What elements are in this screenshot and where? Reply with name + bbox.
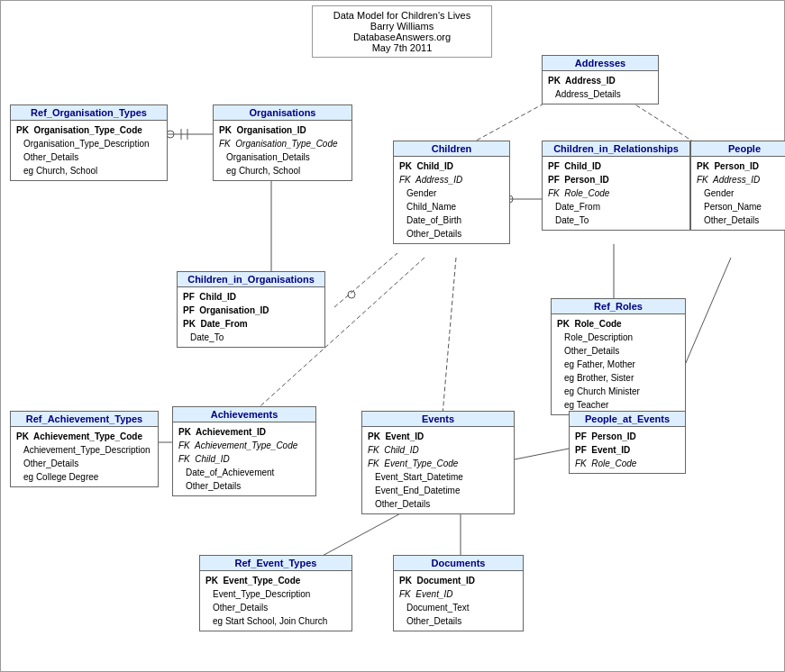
entity-documents-header: Documents — [394, 556, 523, 571]
field: PF Child_ID — [548, 159, 684, 173]
entity-addresses-header: Addresses — [543, 56, 658, 71]
entity-children: Children PK Child_ID FK Address_ID Gende… — [393, 141, 510, 244]
field: Other_Details — [16, 150, 161, 164]
entity-children-in-relationships: Children_in_Relationships PF Child_ID PF… — [542, 141, 690, 231]
field: PK Event_ID — [368, 430, 508, 443]
field: PF Organisation_ID — [183, 304, 319, 317]
field: eg Church, School — [16, 164, 161, 177]
field: Document_Text — [399, 601, 517, 614]
title-line3: DatabaseAnswers.org — [322, 32, 482, 42]
field: Other_Details — [178, 479, 310, 493]
field: FK Role_Code — [575, 457, 680, 470]
entity-people-header: People — [691, 141, 785, 157]
field: Event_Start_Datetime — [368, 470, 508, 484]
field: Gender — [399, 186, 504, 200]
field: PF Person_ID — [548, 173, 684, 186]
entity-ref-achievement-types-body: PK Achievement_Type_Code Achievement_Typ… — [11, 427, 158, 486]
field: PF Child_ID — [183, 290, 319, 304]
field: FK Organisation_Type_Code — [219, 137, 346, 150]
field: Role_Description — [557, 331, 680, 344]
entity-documents-body: PK Document_ID FK Event_ID Document_Text… — [394, 571, 523, 631]
field: eg Brother, Sister — [557, 371, 680, 385]
entity-children-in-organisations: Children_in_Organisations PF Child_ID PF… — [177, 271, 325, 348]
entity-people-at-events-header: People_at_Events — [570, 412, 685, 427]
entity-organisations-body: PK Organisation_ID FK Organisation_Type_… — [214, 121, 351, 180]
entity-ref-achievement-types-header: Ref_Achievement_Types — [11, 412, 158, 427]
svg-line-11 — [510, 447, 578, 460]
entity-ref-organisation-types: Ref_Organisation_Types PK Organisation_T… — [10, 104, 168, 181]
entity-people-at-events: People_at_Events PF Person_ID PF Event_I… — [569, 411, 686, 474]
field: FK Child_ID — [178, 452, 310, 466]
entity-achievements: Achievements PK Achievement_ID FK Achiev… — [172, 406, 316, 496]
field: Date_of_Birth — [399, 213, 504, 227]
field: PK Date_From — [183, 317, 319, 331]
field: PF Person_ID — [575, 430, 680, 443]
entity-documents: Documents PK Document_ID FK Event_ID Doc… — [393, 555, 524, 631]
svg-line-9 — [443, 258, 456, 415]
field: PK Child_ID — [399, 159, 504, 173]
field: Event_End_Datetime — [368, 484, 508, 497]
entity-achievements-header: Achievements — [173, 407, 315, 422]
field: Other_Details — [205, 601, 346, 614]
field: Child_Name — [399, 200, 504, 213]
title-line1: Data Model for Children's Lives — [322, 10, 482, 21]
field: Other_Details — [399, 614, 517, 628]
field: PK Event_Type_Code — [205, 574, 346, 587]
entity-addresses-body: PK Address_ID Address_Details — [543, 71, 658, 104]
field: Date_To — [183, 331, 319, 344]
field: PK Organisation_Type_Code — [16, 123, 161, 137]
title-line2: Barry Williams — [322, 21, 482, 32]
field: PK Achievement_Type_Code — [16, 430, 152, 443]
title-box: Data Model for Children's Lives Barry Wi… — [312, 5, 492, 58]
entity-organisations: Organisations PK Organisation_ID FK Orga… — [213, 104, 352, 181]
field: Other_Details — [16, 457, 152, 470]
field: Organisation_Details — [219, 150, 346, 164]
field: Date_From — [548, 200, 684, 213]
field: eg Church Minister — [557, 385, 680, 398]
entity-ref-achievement-types: Ref_Achievement_Types PK Achievement_Typ… — [10, 411, 159, 487]
entity-children-header: Children — [394, 141, 509, 157]
entity-children-in-organisations-header: Children_in_Organisations — [178, 272, 324, 287]
entity-people-body: PK Person_ID FK Address_ID Gender Person… — [691, 157, 785, 230]
field: Date_To — [548, 213, 684, 227]
entity-ref-organisation-types-header: Ref_Organisation_Types — [11, 105, 167, 121]
field: Other_Details — [697, 213, 785, 227]
field: PK Achievement_ID — [178, 425, 310, 439]
field: Date_of_Achievement — [178, 466, 310, 479]
field: Achievement_Type_Description — [16, 443, 152, 457]
field: PF Event_ID — [575, 443, 680, 457]
entity-ref-organisation-types-body: PK Organisation_Type_Code Organisation_T… — [11, 121, 167, 180]
field: PK Address_ID — [548, 74, 653, 87]
entity-children-in-relationships-body: PF Child_ID PF Person_ID FK Role_Code Da… — [543, 157, 689, 230]
field: FK Role_Code — [548, 186, 684, 200]
field: Address_Details — [548, 87, 653, 101]
svg-line-2 — [334, 253, 397, 307]
field: Organisation_Type_Description — [16, 137, 161, 150]
field: FK Achievement_Type_Code — [178, 439, 310, 452]
field: FK Event_Type_Code — [368, 457, 508, 470]
field: Event_Type_Description — [205, 587, 346, 601]
diagram-container: Data Model for Children's Lives Barry Wi… — [0, 0, 785, 672]
field: eg Church, School — [219, 164, 346, 177]
svg-point-19 — [348, 291, 355, 298]
entity-children-in-organisations-body: PF Child_ID PF Organisation_ID PK Date_F… — [178, 287, 324, 347]
entity-ref-event-types: Ref_Event_Types PK Event_Type_Code Event… — [199, 555, 352, 631]
entity-addresses: Addresses PK Address_ID Address_Details — [542, 55, 659, 104]
field: Person_Name — [697, 200, 785, 213]
field: FK Address_ID — [697, 173, 785, 186]
entity-achievements-body: PK Achievement_ID FK Achievement_Type_Co… — [173, 422, 315, 495]
entity-events: Events PK Event_ID FK Child_ID FK Event_… — [361, 411, 515, 514]
field: FK Address_ID — [399, 173, 504, 186]
field: Other_Details — [368, 497, 508, 511]
field: eg College Degree — [16, 470, 152, 484]
entity-ref-roles: Ref_Roles PK Role_Code Role_Description … — [551, 298, 686, 415]
field: eg Start School, Join Church — [205, 614, 346, 628]
field: FK Child_ID — [368, 443, 508, 457]
field: Other_Details — [399, 227, 504, 241]
field: PK Organisation_ID — [219, 123, 346, 137]
entity-ref-roles-header: Ref_Roles — [552, 299, 685, 314]
entity-people-at-events-body: PF Person_ID PF Event_ID FK Role_Code — [570, 427, 685, 473]
title-line4: May 7th 2011 — [322, 42, 482, 53]
field: FK Event_ID — [399, 587, 517, 601]
entity-events-body: PK Event_ID FK Child_ID FK Event_Type_Co… — [362, 427, 514, 513]
